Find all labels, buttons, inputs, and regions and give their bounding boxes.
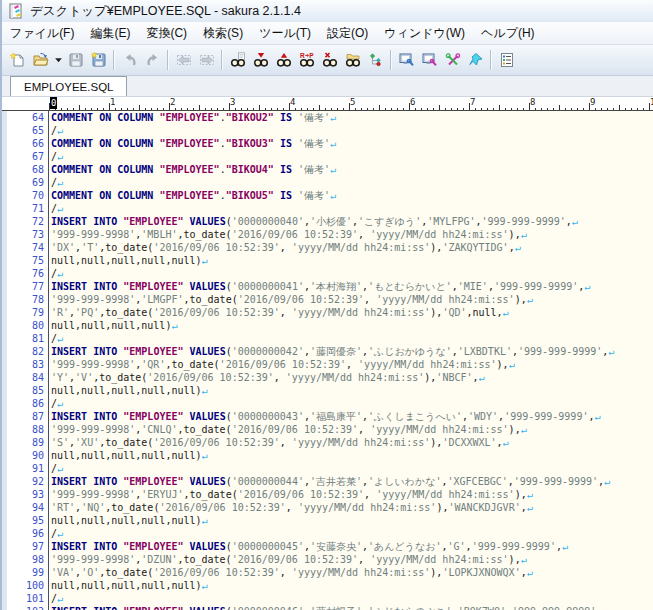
eol-mark: ↵ <box>202 515 208 526</box>
line-number: 86 <box>7 397 49 410</box>
font-settings-icon <box>445 52 461 68</box>
ruler-tick <box>619 105 620 110</box>
toolbar-separator <box>490 50 492 70</box>
ruler-tick <box>499 105 500 110</box>
ruler-tick <box>157 108 158 111</box>
menu-item-settings[interactable]: 設定(O) <box>319 22 376 44</box>
pin-button[interactable] <box>464 49 487 72</box>
ruler-number: 8 <box>530 97 535 107</box>
ruler-tick <box>325 108 326 111</box>
code-text: /↵ <box>49 592 63 605</box>
font-settings-button[interactable] <box>441 49 464 72</box>
eol-mark: ↵ <box>57 528 63 539</box>
line-number: 84 <box>7 371 49 384</box>
code-line: 75null,null,null,null,null)↵ <box>2 254 653 267</box>
ruler-tick <box>511 108 512 111</box>
code-line: 64COMMENT ON COLUMN "EMPLOYEE"."BIKOU2" … <box>2 111 653 124</box>
code-text: /↵ <box>49 124 63 137</box>
ruler-tick <box>163 108 164 111</box>
open-dropdown-icon <box>54 56 63 65</box>
eol-mark: ↵ <box>202 450 208 461</box>
find-button[interactable] <box>226 49 249 72</box>
ruler-tick <box>637 108 638 111</box>
ruler-tick <box>193 108 194 111</box>
code-line: 82INSERT INTO "EMPLOYEE" VALUES('0000000… <box>2 345 653 358</box>
text-editor[interactable]: 64COMMENT ON COLUMN "EMPLOYEE"."BIKOU2" … <box>2 111 653 610</box>
replace-button[interactable]: RP <box>295 49 318 72</box>
menu-item-file[interactable]: ファイル(F) <box>2 22 82 44</box>
eol-mark: ↵ <box>57 593 63 604</box>
ruler-tick <box>475 108 476 111</box>
code-text: /↵ <box>49 150 63 163</box>
code-text: INSERT INTO "EMPLOYEE" VALUES('000000004… <box>49 345 614 358</box>
ruler-tick <box>115 108 116 111</box>
find-next-button[interactable] <box>249 49 272 72</box>
eol-mark: ↵ <box>604 476 610 487</box>
redo-button[interactable] <box>141 49 164 72</box>
jump-back-button[interactable] <box>172 49 195 72</box>
menu-item-window[interactable]: ウィンドウ(W) <box>376 22 473 44</box>
jump-forward-button[interactable] <box>195 49 218 72</box>
menu-item-tool[interactable]: ツール(T) <box>251 22 319 44</box>
code-text: INSERT INTO "EMPLOYEE" VALUES('000000004… <box>49 280 590 293</box>
ruler-tick <box>145 108 146 111</box>
tab-employee-sql[interactable]: EMPLOYEE.SQL <box>10 76 127 96</box>
eol-mark: ↵ <box>509 359 515 370</box>
menu-item-edit[interactable]: 編集(E) <box>82 22 138 44</box>
ruler-tick <box>319 105 320 110</box>
line-number: 78 <box>7 293 49 306</box>
find-next-icon <box>253 52 269 68</box>
find-close-button[interactable] <box>318 49 341 72</box>
common-settings-button[interactable] <box>418 49 441 72</box>
save-as-button[interactable] <box>87 49 110 72</box>
line-number: 73 <box>7 228 49 241</box>
code-line: 94'RT','NQ',to_date('2016/09/06 10:52:39… <box>2 501 653 514</box>
eol-mark: ↵ <box>330 164 336 175</box>
eol-mark: ↵ <box>602 606 608 610</box>
code-line: 78'999-999-9998','LMGPF',to_date('2016/0… <box>2 293 653 306</box>
code-line: 85null,null,null,null,null)↵ <box>2 384 653 397</box>
ruler-tick <box>73 108 74 111</box>
jump-back-icon <box>176 52 192 68</box>
undo-button[interactable] <box>118 49 141 72</box>
menu-item-search[interactable]: 検索(S) <box>195 22 251 44</box>
code-text: COMMENT ON COLUMN "EMPLOYEE"."BIKOU4" IS… <box>49 163 336 176</box>
ruler-tick <box>259 105 260 110</box>
eol-mark: ↵ <box>584 281 590 292</box>
find-prev-button[interactable] <box>272 49 295 72</box>
outline-list-button[interactable] <box>495 49 518 72</box>
line-number: 64 <box>7 111 49 124</box>
ruler-tick <box>463 108 464 111</box>
code-line: 74'DX','T',to_date('2016/09/06 10:52:39'… <box>2 241 653 254</box>
line-number: 74 <box>7 241 49 254</box>
code-line: 99'VA','O',to_date('2016/09/06 10:52:39'… <box>2 566 653 579</box>
code-text: 'R','PQ',to_date('2016/09/06 10:52:39', … <box>49 306 509 319</box>
ruler-number: 4 <box>290 97 295 107</box>
line-number: 76 <box>7 267 49 280</box>
ruler: 012345678910 <box>2 97 653 111</box>
code-line: 81/↵ <box>2 332 653 345</box>
ruler-tick <box>481 108 482 111</box>
ruler-tick <box>61 108 62 111</box>
toolbar-separator <box>113 50 115 70</box>
menu-item-help[interactable]: ヘルプ(H) <box>473 22 543 44</box>
open-dropdown-button[interactable] <box>52 49 64 72</box>
code-text: /↵ <box>49 462 63 475</box>
new-file-button[interactable] <box>6 49 29 72</box>
menu-item-convert[interactable]: 変換(C) <box>138 22 195 44</box>
save-button[interactable] <box>64 49 87 72</box>
ruler-tick <box>127 108 128 111</box>
open-file-button[interactable] <box>29 49 52 72</box>
line-number: 96 <box>7 527 49 540</box>
ruler-tick <box>301 108 302 111</box>
ruler-tick <box>277 108 278 111</box>
code-line: 98'999-999-9998','DZUN',to_date('2016/09… <box>2 553 653 566</box>
find-icon <box>230 52 246 68</box>
redo-icon <box>145 52 161 68</box>
type-settings-button[interactable] <box>395 49 418 72</box>
ruler-tick <box>343 108 344 111</box>
outline-button[interactable] <box>364 49 387 72</box>
ruler-tick <box>517 108 518 111</box>
ruler-tick <box>391 108 392 111</box>
grep-button[interactable] <box>341 49 364 72</box>
